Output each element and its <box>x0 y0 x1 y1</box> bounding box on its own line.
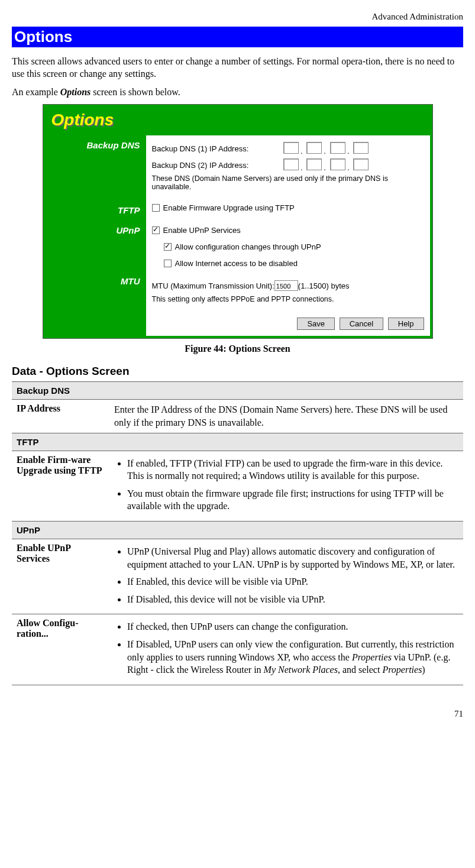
upnp-internet-label: Allow Internet access to be disabled <box>175 259 298 268</box>
upnp-bullet-3: If Disabled, this device will not be vis… <box>127 593 458 606</box>
group-upnp: UPnP <box>12 521 463 539</box>
group-backup-dns: Backup DNS <box>12 382 463 400</box>
screenshot-main-panel: Backup DNS (1) IP Address: . . . Backup … <box>146 135 430 336</box>
mtu-note: This setting only affects PPPoE and PPTP… <box>152 295 412 303</box>
options-data-table: Backup DNS IP Address Enter the IP Addre… <box>12 381 463 685</box>
allow-config-bullet-2: If Disabled, UPnP users can only view th… <box>127 638 458 676</box>
mtu-label-a: MTU (Maximum Transmission Unit): <box>152 281 274 290</box>
upnp-bullet-2: If Enabled, this device will be visible … <box>127 575 458 588</box>
group-tftp: TFTP <box>12 433 463 451</box>
tftp-checkbox-label: Enable Firmware Upgrade using TFTP <box>163 203 295 212</box>
row-upnp-enable-key: Enable UPnP Services <box>12 539 109 614</box>
tftp-bullet-2: You must obtain the firmware upgrade fil… <box>127 487 458 513</box>
upnp-config-checkbox[interactable] <box>164 243 172 251</box>
row-allow-config-val: If checked, then UPnP users can change t… <box>109 614 463 685</box>
options-screenshot: Options Backup DNS TFTP UPnP MTU Backup … <box>43 104 433 339</box>
tftp-bullet-1: If enabled, TFTP (Trivial FTP) can be us… <box>127 457 458 482</box>
mtu-label-b: (1..1500) bytes <box>298 281 350 290</box>
dns2-label: Backup DNS (2) IP Address: <box>152 161 258 170</box>
mtu-input[interactable]: 1500 <box>274 280 298 291</box>
sidebar-tftp: TFTP <box>46 202 140 219</box>
row-allow-config-key: Allow Configu-ration... <box>12 614 109 685</box>
dns1-oct4[interactable] <box>353 142 369 154</box>
page-header-right: Advanced Administration <box>12 12 463 22</box>
cancel-button[interactable]: Cancel <box>340 318 383 330</box>
screenshot-sidebar: Backup DNS TFTP UPnP MTU <box>46 135 146 336</box>
upnp-config-label: Allow configuration changes through UPnP <box>175 242 321 251</box>
dns2-oct3[interactable] <box>330 158 345 170</box>
upnp-enable-checkbox[interactable] <box>152 226 160 234</box>
dns2-oct4[interactable] <box>353 158 369 170</box>
dns-note: These DNS (Domain Name Servers) are used… <box>152 174 412 191</box>
upnp-enable-label: Enable UPnP Services <box>163 226 241 235</box>
dns1-oct2[interactable] <box>306 142 322 154</box>
sidebar-backup-dns: Backup DNS <box>46 137 140 154</box>
upnp-bullet-1: UPnP (Universal Plug and Play) allows au… <box>127 545 458 571</box>
row-ip-address-key: IP Address <box>12 400 109 433</box>
intro-paragraph-2: An example Options screen is shown below… <box>12 86 463 99</box>
tftp-checkbox[interactable] <box>152 204 160 212</box>
dns1-label: Backup DNS (1) IP Address: <box>152 144 258 153</box>
sidebar-upnp: UPnP <box>46 222 140 239</box>
row-upnp-enable-val: UPnP (Universal Plug and Play) allows au… <box>109 539 463 614</box>
figure-caption: Figure 44: Options Screen <box>12 344 463 354</box>
row-tftp-key: Enable Firm-ware Upgrade using TFTP <box>12 451 109 521</box>
sidebar-mtu: MTU <box>46 273 140 290</box>
dns1-oct3[interactable] <box>330 142 345 154</box>
upnp-internet-checkbox[interactable] <box>164 260 172 267</box>
section-subheading: Data - Options Screen <box>12 365 463 378</box>
save-button[interactable]: Save <box>297 318 335 330</box>
intro-paragraph-1: This screen allows advanced users to ent… <box>12 56 463 80</box>
help-button[interactable]: Help <box>388 318 424 330</box>
page-number: 71 <box>12 709 463 719</box>
allow-config-bullet-1: If checked, then UPnP users can change t… <box>127 620 458 633</box>
screenshot-title: Options <box>46 107 430 135</box>
row-ip-address-val: Enter the IP Address of the DNS (Domain … <box>109 400 463 433</box>
dns1-oct1[interactable] <box>283 142 299 154</box>
dns2-oct1[interactable] <box>283 158 299 170</box>
page-title-banner: Options <box>12 27 463 47</box>
row-tftp-val: If enabled, TFTP (Trivial FTP) can be us… <box>109 451 463 521</box>
dns2-oct2[interactable] <box>306 158 322 170</box>
